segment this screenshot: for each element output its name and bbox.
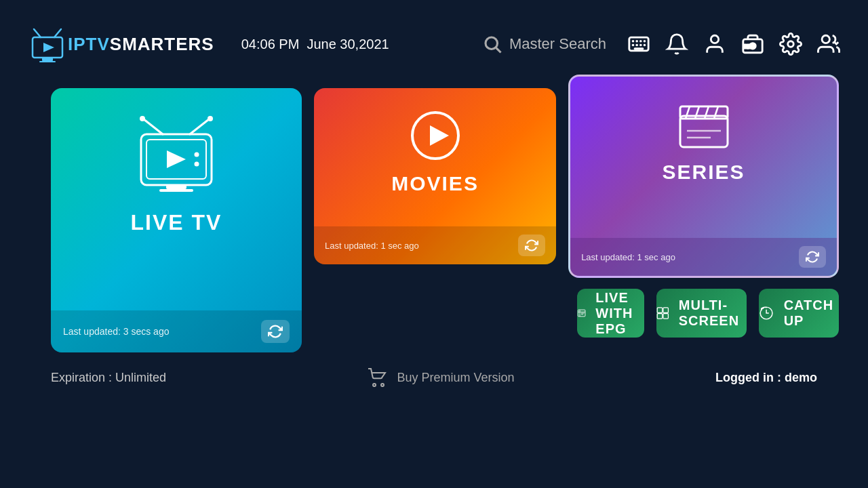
settings-icon[interactable] xyxy=(778,32,803,56)
svg-line-26 xyxy=(190,119,209,134)
svg-rect-1 xyxy=(42,58,53,61)
movies-title: MOVIES xyxy=(391,172,479,195)
svg-point-56 xyxy=(381,384,384,386)
main-content: LIVE TV Last updated: 3 secs ago xyxy=(0,88,868,352)
svg-point-22 xyxy=(788,41,794,47)
svg-point-25 xyxy=(140,116,145,121)
live-tv-title: LIVE TV xyxy=(131,210,222,235)
buy-premium-button[interactable]: Buy Premium Version xyxy=(368,367,515,388)
movies-icon xyxy=(408,108,462,163)
keyboard-icon[interactable] xyxy=(627,32,651,56)
header-icons: REC xyxy=(627,32,841,56)
live-tv-updated: Last updated: 3 secs ago xyxy=(63,326,169,337)
svg-rect-50 xyxy=(657,308,662,312)
live-tv-refresh[interactable] xyxy=(261,320,290,343)
epg-icon xyxy=(577,303,586,323)
users-switch-icon[interactable] xyxy=(816,32,841,56)
series-refresh[interactable] xyxy=(799,246,826,268)
record-icon[interactable]: REC xyxy=(741,32,765,56)
catch-up-button[interactable]: CATCH UP xyxy=(759,289,839,338)
search-label: Master Search xyxy=(509,35,606,53)
svg-point-31 xyxy=(195,152,199,157)
username: demo xyxy=(785,371,817,384)
search-icon xyxy=(482,34,502,54)
live-tv-icon xyxy=(129,115,224,197)
series-title: SERIES xyxy=(663,161,745,184)
expiration-text: Expiration : Unlimited xyxy=(51,371,166,385)
right-column: MOVIES Last updated: 1 sec ago xyxy=(314,88,839,338)
multi-screen-button[interactable]: MULTI-SCREEN xyxy=(656,289,747,338)
svg-rect-34 xyxy=(159,189,193,192)
svg-rect-52 xyxy=(657,314,662,319)
svg-line-7 xyxy=(496,48,501,53)
live-tv-card[interactable]: LIVE TV Last updated: 3 secs ago xyxy=(51,88,302,352)
logged-in-label: Logged in : xyxy=(715,371,785,384)
svg-marker-5 xyxy=(43,43,54,52)
logo-text: IPTVSMARTERS xyxy=(68,34,214,55)
datetime: 04:06 PM June 30,2021 xyxy=(241,37,389,52)
bell-icon[interactable] xyxy=(665,32,689,56)
footer: Expiration : Unlimited Buy Premium Versi… xyxy=(0,352,868,388)
logo: IPTVSMARTERS xyxy=(27,24,214,64)
multiscreen-icon xyxy=(656,303,669,323)
svg-rect-33 xyxy=(166,185,186,189)
master-search[interactable]: Master Search xyxy=(482,34,606,54)
svg-point-18 xyxy=(711,35,718,43)
svg-line-24 xyxy=(144,119,163,134)
cart-icon xyxy=(368,367,388,388)
logged-in-text: Logged in : demo xyxy=(715,371,817,385)
live-with-epg-button[interactable]: LIVE WITH EPG xyxy=(577,289,644,338)
epg-label: LIVE WITH EPG xyxy=(595,290,644,337)
top-cards: MOVIES Last updated: 1 sec ago xyxy=(314,88,839,278)
bottom-buttons: LIVE WITH EPG MULTI-SCREEN xyxy=(577,289,839,338)
svg-rect-2 xyxy=(39,61,56,62)
live-tv-footer: Last updated: 3 secs ago xyxy=(51,310,302,352)
series-card[interactable]: SERIES Last updated: 1 sec ago xyxy=(568,75,839,278)
buy-premium-label: Buy Premium Version xyxy=(397,371,515,385)
svg-point-6 xyxy=(486,37,498,49)
logo-icon xyxy=(27,24,68,64)
series-footer: Last updated: 1 sec ago xyxy=(570,238,837,276)
svg-line-3 xyxy=(34,29,41,37)
svg-marker-36 xyxy=(430,125,449,146)
svg-point-23 xyxy=(822,35,829,43)
catchup-icon xyxy=(759,303,774,323)
series-icon xyxy=(673,97,734,151)
movies-footer: Last updated: 1 sec ago xyxy=(314,226,556,264)
movies-card[interactable]: MOVIES Last updated: 1 sec ago xyxy=(314,88,556,264)
svg-marker-30 xyxy=(167,150,186,168)
svg-point-32 xyxy=(195,162,199,167)
svg-point-55 xyxy=(373,384,376,386)
multiscreen-label: MULTI-SCREEN xyxy=(679,298,747,329)
cards-row: LIVE TV Last updated: 3 secs ago xyxy=(51,88,817,352)
movies-updated: Last updated: 1 sec ago xyxy=(325,241,419,251)
series-updated: Last updated: 1 sec ago xyxy=(581,252,675,262)
svg-line-4 xyxy=(54,29,61,37)
profile-icon[interactable] xyxy=(703,32,727,56)
catchup-label: CATCH UP xyxy=(784,298,839,329)
svg-rect-53 xyxy=(663,314,668,319)
movies-refresh[interactable] xyxy=(518,235,545,256)
svg-point-27 xyxy=(208,116,213,121)
svg-text:REC: REC xyxy=(744,44,754,49)
svg-rect-51 xyxy=(663,308,668,312)
